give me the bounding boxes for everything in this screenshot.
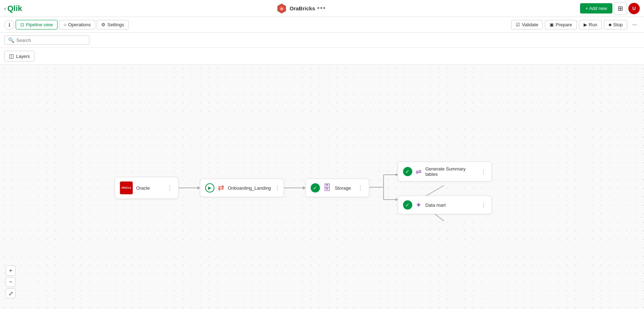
arrow-2 bbox=[284, 188, 305, 188]
summary-node[interactable]: ✓ ⇌ Generate Summary tables ⋮ bbox=[397, 162, 492, 181]
search-input[interactable] bbox=[16, 38, 86, 43]
content-area: 🔍 ◫ Layers ORACLE bbox=[0, 33, 644, 309]
prepare-button[interactable]: ▣ Prepare bbox=[545, 20, 577, 29]
onboarding-label: Onboarding_Landing bbox=[228, 185, 271, 190]
pipeline-flow: ORACLE Oracle ⋮ ▶ ⇄ Onboarding_Landing ⋮ bbox=[114, 162, 492, 214]
fit-button[interactable]: ⤢ bbox=[6, 288, 16, 298]
datamart-node[interactable]: ✓ ✦ Data mart ⋮ bbox=[397, 196, 492, 214]
svg-text:ORACLE: ORACLE bbox=[121, 186, 131, 189]
search-icon: 🔍 bbox=[8, 37, 14, 43]
stop-button[interactable]: ■ Stop bbox=[604, 20, 627, 29]
nav-center: OraBricks ••• bbox=[276, 3, 326, 14]
qlik-logo: Qlik bbox=[7, 4, 22, 13]
app-title: OraBricks bbox=[289, 5, 315, 11]
storage-menu[interactable]: ⋮ bbox=[358, 184, 364, 191]
branch-lines-svg bbox=[369, 164, 397, 210]
oracle-node[interactable]: ORACLE Oracle ⋮ bbox=[114, 177, 178, 199]
grid-menu-button[interactable]: ⊞ bbox=[614, 2, 627, 15]
top-nav: ‹ Qlik OraBricks ••• + Add new ⊞ U bbox=[0, 0, 644, 17]
branch-nodes: ✓ ⇌ Generate Summary tables ⋮ ✓ ✦ Data m… bbox=[397, 162, 492, 214]
storage-label: Storage bbox=[335, 185, 354, 190]
onboarding-menu[interactable]: ⋮ bbox=[275, 184, 281, 191]
zoom-out-button[interactable]: − bbox=[6, 277, 16, 287]
summary-status: ✓ bbox=[403, 167, 412, 176]
summary-menu[interactable]: ⋮ bbox=[481, 168, 487, 175]
orabricks-logo bbox=[276, 3, 287, 14]
layers-icon: ◫ bbox=[9, 53, 14, 59]
settings-button[interactable]: ⚙ Settings bbox=[97, 20, 129, 29]
toolbar-right: ☑ Validate ▣ Prepare ▶ Run ■ Stop ⋯ bbox=[511, 20, 640, 29]
validate-icon: ☑ bbox=[516, 22, 520, 27]
info-button[interactable]: ℹ bbox=[4, 20, 14, 30]
datamart-menu[interactable]: ⋮ bbox=[481, 201, 487, 208]
search-input-wrap: 🔍 bbox=[4, 36, 90, 45]
search-bar: 🔍 bbox=[0, 33, 644, 48]
operations-icon: ○ bbox=[64, 22, 66, 27]
datamart-icon: ✦ bbox=[416, 201, 422, 209]
onboarding-icon: ⇄ bbox=[218, 183, 224, 193]
branch-connector bbox=[369, 164, 397, 212]
storage-node[interactable]: ✓ 🗄 Storage ⋮ bbox=[305, 179, 369, 197]
run-icon: ▶ bbox=[584, 22, 587, 27]
operations-button[interactable]: ○ Operations bbox=[59, 20, 95, 29]
summary-label: Generate Summary tables bbox=[425, 166, 477, 177]
app-menu[interactable]: ••• bbox=[317, 5, 326, 12]
add-new-button[interactable]: + Add new bbox=[580, 3, 612, 13]
onboarding-node[interactable]: ▶ ⇄ Onboarding_Landing ⋮ bbox=[200, 179, 284, 197]
validate-button[interactable]: ☑ Validate bbox=[511, 20, 543, 29]
layers-button[interactable]: ◫ Layers bbox=[4, 51, 34, 61]
oracle-menu[interactable]: ⋮ bbox=[167, 184, 173, 191]
onboarding-status: ▶ bbox=[205, 183, 214, 193]
arrow-1 bbox=[178, 188, 200, 188]
datamart-status: ✓ bbox=[403, 200, 412, 210]
user-avatar[interactable]: U bbox=[628, 3, 640, 14]
back-arrow: ‹ bbox=[4, 6, 6, 11]
pipeline-view-button[interactable]: ⊡ Pipeline view bbox=[16, 20, 58, 29]
zoom-in-button[interactable]: + bbox=[6, 266, 16, 276]
settings-icon: ⚙ bbox=[101, 22, 105, 27]
stop-icon: ■ bbox=[608, 22, 611, 27]
oracle-logo: ORACLE bbox=[120, 181, 132, 194]
storage-status: ✓ bbox=[310, 183, 320, 193]
nav-right: + Add new ⊞ U bbox=[580, 2, 640, 15]
layers-bar: ◫ Layers bbox=[0, 48, 644, 65]
run-button[interactable]: ▶ Run bbox=[579, 20, 602, 29]
storage-icon: 🗄 bbox=[323, 183, 331, 193]
zoom-controls: + − ⤢ bbox=[6, 266, 16, 298]
pipeline-icon: ⊡ bbox=[20, 22, 24, 27]
datamart-label: Data mart bbox=[425, 202, 477, 207]
oracle-label: Oracle bbox=[136, 185, 163, 190]
pipeline-canvas[interactable]: ORACLE Oracle ⋮ ▶ ⇄ Onboarding_Landing ⋮ bbox=[0, 65, 644, 309]
prepare-icon: ▣ bbox=[550, 22, 554, 27]
more-button[interactable]: ⋯ bbox=[629, 21, 640, 29]
toolbar: ℹ ⊡ Pipeline view ○ Operations ⚙ Setting… bbox=[0, 17, 644, 33]
nav-left: ‹ Qlik bbox=[4, 4, 22, 13]
back-button[interactable]: ‹ Qlik bbox=[4, 4, 22, 13]
summary-icon: ⇌ bbox=[416, 167, 422, 176]
